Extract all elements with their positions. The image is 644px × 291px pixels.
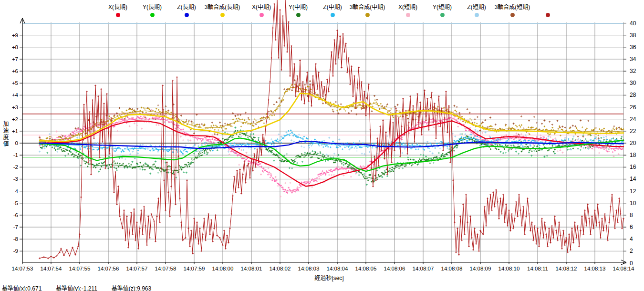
svg-text:28: 28 bbox=[630, 92, 636, 98]
svg-text:6: 6 bbox=[630, 224, 633, 230]
svg-text:14:08:03: 14:08:03 bbox=[298, 266, 320, 271]
svg-text:14:08:11: 14:08:11 bbox=[527, 266, 548, 271]
svg-text:30: 30 bbox=[630, 80, 636, 86]
svg-text:14:08:05: 14:08:05 bbox=[355, 266, 377, 271]
svg-text:26: 26 bbox=[630, 104, 636, 111]
svg-text:24: 24 bbox=[630, 116, 636, 123]
svg-text:32: 32 bbox=[630, 68, 636, 74]
svg-text:0: 0 bbox=[15, 140, 18, 146]
svg-text:8: 8 bbox=[630, 212, 633, 218]
y-axis-title: 加速度値 bbox=[1, 121, 10, 147]
svg-text:+7: +7 bbox=[12, 56, 18, 62]
svg-text:34: 34 bbox=[630, 56, 636, 62]
svg-text:-2: -2 bbox=[13, 164, 18, 170]
svg-text:14: 14 bbox=[630, 176, 636, 182]
chart-canvas: -9-8-7-6-5-4-3-2-10+1+2+3+4+5+6+7+8+9024… bbox=[0, 0, 644, 291]
svg-text:14:07:53: 14:07:53 bbox=[12, 266, 33, 271]
svg-text:-1: -1 bbox=[13, 152, 18, 158]
x-axis-title: 経過秒[sec] bbox=[291, 273, 367, 281]
svg-text:2: 2 bbox=[630, 248, 633, 254]
svg-text:38: 38 bbox=[630, 32, 636, 39]
svg-text:14:08:09: 14:08:09 bbox=[470, 266, 491, 271]
svg-text:14:08:01: 14:08:01 bbox=[241, 266, 262, 271]
svg-text:14:08:10: 14:08:10 bbox=[499, 266, 520, 271]
svg-text:+5: +5 bbox=[12, 80, 18, 86]
svg-text:-7: -7 bbox=[13, 224, 18, 230]
accelerometer-chart-window: X(長期)Y(長期)Z(長期)3軸合成(長期)X(中期)Y(中期)Z(中期)3軸… bbox=[0, 0, 644, 291]
svg-text:14:08:14: 14:08:14 bbox=[613, 266, 634, 271]
svg-text:18: 18 bbox=[630, 152, 636, 158]
baseline-values-footer: 基準値(x):0.671基準値(y):-1.211基準値(z):9.963 bbox=[2, 284, 166, 291]
svg-text:16: 16 bbox=[630, 164, 636, 170]
svg-text:14:08:04: 14:08:04 bbox=[327, 266, 348, 271]
svg-text:14:07:56: 14:07:56 bbox=[98, 266, 119, 271]
svg-text:+8: +8 bbox=[12, 44, 18, 50]
svg-text:14:07:58: 14:07:58 bbox=[155, 266, 177, 271]
svg-text:14:08:08: 14:08:08 bbox=[441, 266, 463, 271]
svg-text:-5: -5 bbox=[13, 200, 18, 206]
svg-text:14:08:07: 14:08:07 bbox=[413, 266, 434, 271]
svg-text:+1: +1 bbox=[12, 128, 18, 134]
svg-text:+2: +2 bbox=[12, 116, 18, 122]
svg-text:10: 10 bbox=[630, 200, 636, 207]
svg-text:14:08:13: 14:08:13 bbox=[584, 266, 606, 271]
svg-text:-3: -3 bbox=[13, 176, 18, 182]
baseline-x-value: 基準値(x):0.671 bbox=[2, 285, 42, 291]
svg-text:+4: +4 bbox=[12, 92, 19, 98]
svg-text:-4: -4 bbox=[13, 188, 19, 194]
svg-text:14:08:06: 14:08:06 bbox=[384, 266, 405, 271]
svg-text:-8: -8 bbox=[13, 236, 18, 242]
svg-text:14:08:02: 14:08:02 bbox=[270, 266, 291, 271]
svg-text:-9: -9 bbox=[13, 248, 18, 254]
svg-text:20: 20 bbox=[630, 140, 636, 146]
svg-text:14:08:00: 14:08:00 bbox=[212, 266, 234, 271]
svg-text:+9: +9 bbox=[12, 32, 18, 38]
svg-text:4: 4 bbox=[630, 236, 633, 242]
svg-text:14:08:12: 14:08:12 bbox=[556, 266, 577, 271]
svg-text:40: 40 bbox=[630, 20, 636, 27]
svg-text:12: 12 bbox=[630, 188, 636, 195]
baseline-z-value: 基準値(z):9.963 bbox=[112, 285, 151, 291]
svg-text:36: 36 bbox=[630, 44, 636, 51]
svg-text:+3: +3 bbox=[12, 104, 18, 110]
svg-text:-6: -6 bbox=[13, 212, 18, 218]
svg-text:14:07:54: 14:07:54 bbox=[41, 266, 62, 271]
svg-text:14:07:55: 14:07:55 bbox=[69, 266, 91, 271]
svg-text:+6: +6 bbox=[12, 68, 18, 74]
baseline-y-value: 基準値(y):-1.211 bbox=[56, 285, 97, 291]
svg-text:14:07:59: 14:07:59 bbox=[184, 266, 205, 271]
svg-text:14:07:57: 14:07:57 bbox=[126, 266, 148, 271]
svg-text:22: 22 bbox=[630, 128, 636, 135]
